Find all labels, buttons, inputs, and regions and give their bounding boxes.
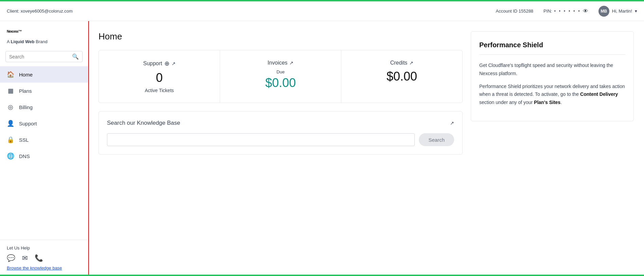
help-title: Let Us Help	[7, 245, 81, 251]
add-icon[interactable]: ⊕	[164, 60, 169, 67]
support-icon: 👤	[7, 120, 14, 127]
sidebar-nav: 🏠Home▦Plans◎Billing👤Support🔒SSL🌐DNS	[0, 66, 88, 240]
sidebar-item-label-plans: Plans	[19, 88, 32, 94]
support-card: Support ⊕ ↗ 0 Active Tickets	[99, 50, 220, 103]
kb-search-row: Search	[107, 133, 454, 146]
home-icon: 🏠	[7, 71, 14, 78]
pin-toggle-icon[interactable]: 👁	[583, 8, 588, 14]
phone-icon[interactable]: 📞	[35, 254, 43, 262]
invoices-card-value: $0.00	[265, 76, 296, 90]
para2-mid: section under any of your	[479, 100, 534, 105]
support-card-title: Support	[143, 61, 162, 67]
sidebar-search-bar[interactable]: 🔍	[5, 51, 83, 62]
kb-search-input[interactable]	[107, 133, 415, 146]
sidebar-item-label-billing: Billing	[19, 104, 33, 110]
header-account-id: Account ID 155288	[496, 8, 534, 14]
pin-label: PIN:	[543, 8, 552, 14]
credits-card-value: $0.00	[387, 69, 417, 84]
kb-title: Search our Knowledge Base	[107, 120, 180, 126]
credits-card: Credits ↗ $0.00	[341, 50, 462, 103]
para2-bold2: Plan's Sites	[534, 100, 560, 105]
chat-icon[interactable]: 💬	[7, 254, 15, 262]
support-card-header: Support ⊕ ↗	[106, 60, 213, 67]
logo-name: Nexcess™	[7, 28, 81, 38]
plans-icon: ▦	[7, 87, 14, 94]
invoices-card: Invoices ↗ Due $0.00	[220, 50, 341, 103]
email-icon[interactable]: ✉	[22, 254, 28, 262]
credits-external-link-icon[interactable]: ↗	[409, 60, 413, 66]
kb-header: Search our Knowledge Base ↗	[107, 120, 454, 126]
invoices-due-label: Due	[276, 69, 285, 74]
invoices-card-title: Invoices	[268, 60, 288, 66]
kb-external-link-icon[interactable]: ↗	[450, 120, 454, 126]
credits-card-header: Credits ↗	[348, 60, 455, 66]
content-main: Home Support ⊕ ↗ 0 Active Tickets Invo	[99, 31, 463, 266]
user-greeting: Hi, Martin!	[612, 8, 632, 14]
summary-cards: Support ⊕ ↗ 0 Active Tickets Invoices ↗ …	[99, 50, 463, 103]
performance-shield-para1: Get Cloudflare's topflight speed and sec…	[479, 62, 625, 78]
sidebar-item-plans[interactable]: ▦Plans	[0, 83, 88, 99]
performance-shield-body: Get Cloudflare's topflight speed and sec…	[479, 62, 625, 107]
user-menu[interactable]: MB Hi, Martin! ▾	[598, 6, 637, 17]
search-icon: 🔍	[72, 53, 79, 60]
help-icons: 💬 ✉ 📞	[7, 254, 81, 262]
sidebar-item-ssl[interactable]: 🔒SSL	[0, 132, 88, 148]
sidebar-item-billing[interactable]: ◎Billing	[0, 99, 88, 115]
sidebar: Nexcess™ A Liquid Web Brand 🔍 🏠Home▦Plan…	[0, 21, 88, 276]
dns-icon: 🌐	[7, 152, 14, 160]
performance-shield-title: Performance Shield	[479, 41, 625, 55]
sidebar-item-label-ssl: SSL	[19, 137, 29, 143]
logo-tm: ™	[18, 29, 22, 33]
logo-sub: A Liquid Web Brand	[7, 39, 81, 44]
support-card-value: 0	[156, 71, 163, 85]
invoices-external-link-icon[interactable]: ↗	[289, 60, 293, 66]
para2-end: .	[560, 100, 562, 105]
sidebar-item-support[interactable]: 👤Support	[0, 115, 88, 132]
external-link-icon[interactable]: ↗	[172, 61, 176, 66]
sidebar-item-label-home: Home	[19, 72, 33, 77]
performance-shield-para2: Performance Shield prioritizes your netw…	[479, 83, 625, 107]
credits-card-title: Credits	[390, 60, 408, 66]
sidebar-item-home[interactable]: 🏠Home	[0, 66, 88, 83]
sidebar-item-label-dns: DNS	[19, 153, 30, 159]
sidebar-help: Let Us Help 💬 ✉ 📞 Browse the knowledge b…	[0, 240, 88, 276]
knowledge-base-section: Search our Knowledge Base ↗ Search	[99, 111, 463, 155]
invoices-card-header: Invoices ↗	[227, 60, 334, 66]
knowledge-base-link[interactable]: Browse the knowledge base	[7, 265, 81, 271]
sidebar-item-label-support: Support	[19, 121, 37, 126]
kb-search-button[interactable]: Search	[419, 133, 454, 146]
pin-dots: • • • • • •	[554, 8, 580, 14]
para2-bold1: Content Delivery	[580, 91, 618, 97]
page-title: Home	[99, 31, 463, 42]
ssl-icon: 🔒	[7, 136, 14, 143]
performance-shield-panel: Performance Shield Get Cloudflare's topf…	[471, 31, 634, 121]
header-pin: PIN: • • • • • • 👁	[543, 8, 588, 14]
sidebar-item-dns[interactable]: 🌐DNS	[0, 148, 88, 164]
main-content: Home Support ⊕ ↗ 0 Active Tickets Invo	[88, 21, 644, 276]
header-client: Client: xoveye6005@coloruz.com	[7, 8, 73, 14]
billing-icon: ◎	[7, 103, 14, 111]
avatar: MB	[598, 6, 609, 17]
support-card-sub: Active Tickets	[145, 88, 174, 93]
chevron-down-icon: ▾	[635, 8, 637, 14]
sidebar-search-input[interactable]	[9, 54, 72, 59]
logo: Nexcess™ A Liquid Web Brand	[0, 21, 88, 48]
